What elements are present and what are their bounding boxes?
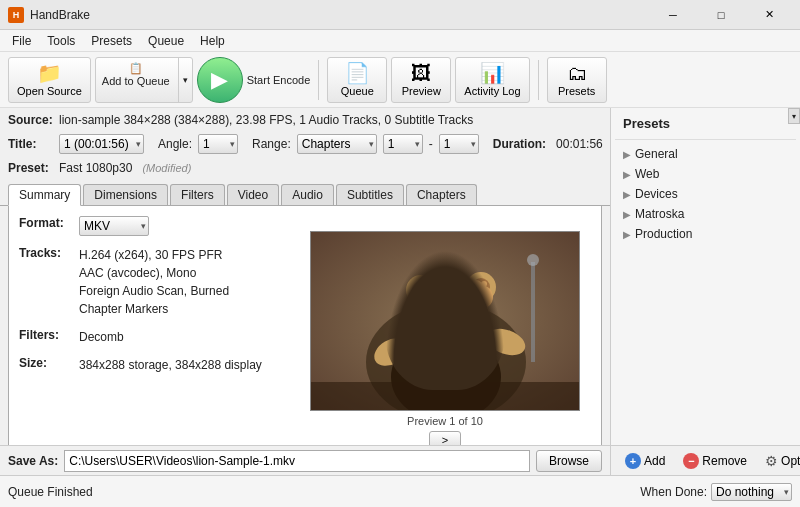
tab-dimensions[interactable]: Dimensions: [83, 184, 168, 205]
chevron-right-icon: ▶: [623, 169, 631, 180]
when-done-select[interactable]: Do nothing Shutdown Sleep: [711, 483, 792, 501]
range-separator: -: [429, 137, 433, 151]
preview-svg: [311, 232, 580, 411]
add-queue-icon: 📋: [129, 62, 143, 75]
preset-item-devices[interactable]: ▶ Devices: [615, 184, 796, 204]
svg-point-18: [527, 254, 539, 266]
save-row: Save As: Browse: [0, 445, 610, 475]
activity-log-label: Activity Log: [464, 85, 520, 97]
remove-preset-button[interactable]: − Remove: [677, 451, 753, 471]
range-select[interactable]: Chapters: [297, 134, 377, 154]
tracks-label: Tracks:: [19, 246, 79, 260]
tracks-row: Tracks: H.264 (x264), 30 FPS PFR AAC (av…: [19, 246, 279, 318]
track-line-3: Foreign Audio Scan, Burned: [79, 282, 229, 300]
when-done-section: When Done: Do nothing Shutdown Sleep ▾: [640, 483, 792, 501]
source-row: Source: lion-sample 384×288 (384×288), 2…: [0, 108, 610, 132]
svg-point-10: [459, 305, 469, 315]
preview-button[interactable]: 🖼 Preview: [391, 57, 451, 103]
angle-select[interactable]: 1: [198, 134, 238, 154]
format-select[interactable]: MKV MP4: [79, 216, 149, 236]
queue-label: Queue: [341, 85, 374, 97]
filters-label: Filters:: [19, 328, 79, 342]
duration-label: Duration:: [493, 137, 546, 151]
track-line-1: H.264 (x264), 30 FPS PFR: [79, 246, 229, 264]
preset-matroska-label: Matroska: [635, 207, 684, 221]
add-queue-label: Add to Queue: [102, 75, 170, 87]
open-source-button[interactable]: 📁 Open Source: [8, 57, 91, 103]
menu-presets[interactable]: Presets: [83, 32, 140, 50]
preset-devices-label: Devices: [635, 187, 678, 201]
to-select[interactable]: 1: [439, 134, 479, 154]
menu-queue[interactable]: Queue: [140, 32, 192, 50]
from-select-wrapper: 1 ▾: [383, 134, 423, 154]
filters-row: Filters: Decomb: [19, 328, 279, 346]
chevron-right-icon: ▶: [623, 149, 631, 160]
size-row: Size: 384x288 storage, 384x288 display: [19, 356, 279, 374]
presets-toolbar-button[interactable]: 🗂 Presets: [547, 57, 607, 103]
filters-value: Decomb: [79, 328, 124, 346]
menu-file[interactable]: File: [4, 32, 39, 50]
preset-item-general[interactable]: ▶ General: [615, 144, 796, 164]
angle-label: Angle:: [158, 137, 192, 151]
remove-preset-label: Remove: [702, 454, 747, 468]
open-source-label: Open Source: [17, 85, 82, 97]
window-title: HandBrake: [30, 8, 90, 22]
format-row: Format: MKV MP4 ▾: [19, 216, 279, 236]
svg-point-6: [412, 281, 430, 299]
add-preset-button[interactable]: + Add: [619, 451, 671, 471]
presets-scroll-indicator[interactable]: ▾: [788, 108, 800, 124]
menu-bar: File Tools Presets Queue Help: [0, 30, 800, 52]
presets-panel-title: Presets: [615, 116, 796, 140]
options-gear-icon: ⚙: [765, 453, 778, 469]
tab-filters[interactable]: Filters: [170, 184, 225, 205]
close-button[interactable]: ✕: [746, 0, 792, 30]
summary-right: Preview 1 of 10 >: [289, 206, 601, 474]
preset-web-label: Web: [635, 167, 659, 181]
add-queue-dropdown-arrow[interactable]: ▾: [178, 58, 192, 102]
tab-summary[interactable]: Summary: [8, 184, 81, 206]
svg-point-8: [431, 319, 455, 335]
tabs-bar: Summary Dimensions Filters Video Audio S…: [0, 180, 610, 206]
tab-subtitles[interactable]: Subtitles: [336, 184, 404, 205]
preset-item-matroska[interactable]: ▶ Matroska: [615, 204, 796, 224]
maximize-button[interactable]: □: [698, 0, 744, 30]
start-encode-icon: ▶: [211, 69, 228, 91]
svg-point-13: [469, 285, 493, 309]
preset-modified: (Modified): [142, 162, 191, 174]
preset-general-label: General: [635, 147, 678, 161]
window-controls: ─ □ ✕: [650, 0, 792, 30]
tab-chapters[interactable]: Chapters: [406, 184, 477, 205]
tab-audio[interactable]: Audio: [281, 184, 334, 205]
tab-video[interactable]: Video: [227, 184, 279, 205]
browse-button[interactable]: Browse: [536, 450, 602, 472]
duration-value: 00:01:56: [556, 137, 603, 151]
title-row: Title: 1 (00:01:56) ▾ Angle: 1 ▾ Range: …: [0, 132, 610, 156]
preset-item-production[interactable]: ▶ Production: [615, 224, 796, 244]
preset-production-label: Production: [635, 227, 692, 241]
menu-tools[interactable]: Tools: [39, 32, 83, 50]
svg-rect-17: [531, 262, 535, 362]
activity-log-button[interactable]: 📊 Activity Log: [455, 57, 529, 103]
menu-help[interactable]: Help: [192, 32, 233, 50]
minimize-button[interactable]: ─: [650, 0, 696, 30]
size-label: Size:: [19, 356, 79, 370]
format-label: Format:: [19, 216, 79, 230]
options-preset-button[interactable]: ⚙ Options: [759, 451, 800, 471]
source-label: Source:: [8, 113, 53, 127]
preset-item-web[interactable]: ▶ Web: [615, 164, 796, 184]
preview-icon: 🖼: [411, 63, 431, 83]
add-to-queue-button[interactable]: 📋 Add to Queue ▾: [95, 57, 193, 103]
range-select-wrapper: Chapters ▾: [297, 134, 377, 154]
add-queue-main[interactable]: 📋 Add to Queue: [96, 58, 176, 102]
from-select[interactable]: 1: [383, 134, 423, 154]
status-bar: Queue Finished When Done: Do nothing Shu…: [0, 475, 800, 507]
presets-toolbar-label: Presets: [558, 85, 595, 97]
preset-value: Fast 1080p30: [59, 161, 132, 175]
add-preset-label: Add: [644, 454, 665, 468]
activity-log-icon: 📊: [480, 63, 505, 83]
queue-button[interactable]: 📄 Queue: [327, 57, 387, 103]
start-encode-button[interactable]: ▶: [197, 57, 243, 103]
save-path-input[interactable]: [64, 450, 530, 472]
title-select[interactable]: 1 (00:01:56): [59, 134, 144, 154]
svg-point-7: [472, 278, 490, 296]
